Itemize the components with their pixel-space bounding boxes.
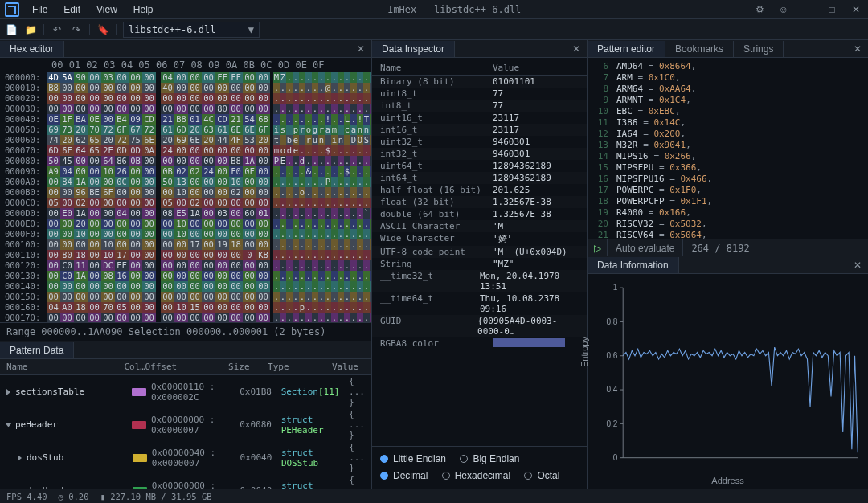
eval-count: 264 / 8192 [683, 243, 757, 254]
file-dropdown-label: libstdc++-6.dll [129, 24, 215, 35]
hex-row[interactable]: 0000E0:00002000000000000010000000000000.… [5, 219, 371, 229]
open-folder-icon[interactable]: 📁 [24, 23, 37, 36]
redo-icon[interactable]: ↷ [70, 23, 83, 36]
minimize-button[interactable]: — [796, 2, 820, 18]
tab-hex-editor[interactable]: Hex editor [0, 41, 64, 57]
toolbar: 📄 📁 ↶ ↷ 🔖 libstdc++-6.dll ▼ [0, 19, 868, 40]
hex-row[interactable]: 0000C0:05000200000000000500020000000000.… [5, 198, 371, 208]
svg-text:0.6: 0.6 [606, 351, 617, 360]
hex-tabs: Hex editor ✕ [0, 40, 371, 58]
panel-close-icon[interactable]: ✕ [847, 260, 868, 271]
hex-row[interactable]: 000150:00000000000000000000000000000000.… [5, 292, 371, 302]
hex-row[interactable]: 000140:00000000000000000000000000000000.… [5, 281, 371, 292]
tab-pattern-editor[interactable]: Pattern editor [588, 41, 665, 57]
pattern-data-row[interactable]: sectionsTable0x00000110 : 0x000002C0x01B… [0, 375, 371, 408]
maximize-button[interactable]: □ [820, 2, 844, 18]
tab-bookmarks[interactable]: Bookmarks [665, 41, 734, 57]
hex-row[interactable]: 000130:00C01A00081600000000000000000000.… [5, 271, 371, 281]
tab-data-information[interactable]: Data Information [588, 257, 679, 273]
inspector-row[interactable]: uint8_t77 [372, 88, 587, 100]
radio-little-endian[interactable]: Little Endian [380, 453, 446, 464]
hex-row[interactable]: 000020:00000000000000000000000000000000.… [5, 93, 371, 104]
radio-hexadecimal[interactable]: Hexadecimal [442, 470, 510, 481]
hex-status: Range 000000..1AA090 Selection 000000..0… [0, 322, 371, 341]
inspector-row[interactable]: uint64_t12894362189 [372, 160, 587, 172]
hex-row[interactable]: 0000F0:00001000000000000010000000000000.… [5, 229, 371, 239]
panel-close-icon[interactable]: ✕ [350, 43, 371, 55]
inspector-row[interactable]: uint32_t9460301 [372, 136, 587, 148]
radio-decimal[interactable]: Decimal [380, 470, 428, 481]
hex-row[interactable]: 000100:00000000100000000000170019180000.… [5, 239, 371, 250]
inspector-row[interactable]: double (64 bit)1.32567E-38 [372, 208, 587, 220]
tab-strings[interactable]: Strings [734, 41, 784, 57]
smile-icon[interactable]: ☺ [772, 2, 796, 18]
inspector-tabs: Data Inspector ✕ [372, 40, 587, 58]
status-bar: FPS 4.40 ◷ 0.20 ▮ 227.10 MB / 31.95 GB [0, 489, 868, 503]
svg-text:0.8: 0.8 [606, 317, 617, 326]
hex-row[interactable]: 0000B0:000096BE6F0000000010000000020000.… [5, 187, 371, 198]
pattern-data-row[interactable]: dosHeader0x00000000 : 0x00000030x0040str… [0, 474, 371, 489]
inspector-row[interactable]: int16_t23117 [372, 124, 587, 136]
inspector-row[interactable]: uint16_t23117 [372, 112, 587, 124]
inspector-row[interactable]: int32_t9460301 [372, 148, 587, 160]
hex-row[interactable]: 000120:00C01100DCEF00000000000000000000.… [5, 260, 371, 271]
svg-text:0.2: 0.2 [606, 419, 617, 428]
status-cpu: ◷ 0.20 [59, 492, 89, 501]
hex-row[interactable]: 000050:69732070726F6772616D2063616E6E6Fi… [5, 125, 371, 135]
inspector-row[interactable]: int64_t12894362189 [372, 172, 587, 184]
hex-row[interactable]: 000010:B8000000000000004000000000000000.… [5, 83, 371, 93]
hex-row[interactable]: 000080:5045000064860B000000000000B81A00P… [5, 156, 371, 166]
close-button[interactable]: ✕ [844, 2, 868, 18]
inspector-row[interactable]: int8_t77 [372, 100, 587, 112]
menu-help[interactable]: Help [125, 2, 162, 18]
inspector-row[interactable]: ASCII Character'M' [372, 220, 587, 232]
svg-text:1: 1 [613, 284, 618, 292]
entropy-plot[interactable]: Entropy 00.20.40.60.81 [592, 280, 863, 472]
menu-edit[interactable]: Edit [55, 2, 88, 18]
auto-evaluate-toggle[interactable]: Auto evaluate [607, 239, 683, 256]
inspector-row[interactable]: Wide Character'婍' [372, 232, 587, 246]
inspector-row[interactable]: UTF-8 code point'M' (U+0x004D) [372, 246, 587, 258]
panel-close-icon[interactable]: ✕ [566, 43, 587, 55]
inspector-row[interactable]: RGBA8 color [372, 337, 587, 350]
hex-row[interactable]: 000160:04A01800700500000010150000000000.… [5, 302, 371, 313]
tab-pattern-data[interactable]: Pattern Data [0, 342, 74, 358]
inspector-row[interactable]: float (32 bit)1.32567E-38 [372, 196, 587, 208]
inspector-row[interactable]: Binary (8 bit)01001101 [372, 76, 587, 88]
hex-row[interactable]: 000110:00801800101700000000000000000KB..… [5, 250, 371, 260]
pattern-data-row[interactable]: peHeader0x00000000 : 0x00000070x0080stru… [0, 408, 371, 441]
play-icon[interactable]: ▷ [588, 243, 607, 254]
inspector-row[interactable]: half float (16 bit)201.625 [372, 184, 587, 196]
inspector-row[interactable]: __time64_tThu, 10.08.2378 09:16 [372, 292, 587, 315]
hex-row[interactable]: 0000A0:00841A00000C00005013000000100000.… [5, 177, 371, 187]
menu-view[interactable]: View [88, 2, 125, 18]
hex-row[interactable]: 000000:4D5A90000300000004000000FFFF0000M… [5, 72, 371, 83]
hex-row[interactable]: 000170:00000000000000000000000000000000.… [5, 313, 371, 322]
inspector-row[interactable]: String"MZ" [372, 258, 587, 270]
undo-icon[interactable]: ↶ [51, 23, 63, 36]
radio-big-endian[interactable]: Big Endian [460, 453, 519, 464]
hex-row[interactable]: 0000D0:00E01A000004000008E51A0003006001.… [5, 208, 371, 219]
menu-file[interactable]: File [24, 2, 55, 18]
pattern-data-row[interactable]: dosStub0x00000040 : 0x00000070x0040struc… [0, 441, 371, 474]
entropy-xlabel: Address [588, 476, 868, 489]
radio-octal[interactable]: Octal [524, 470, 559, 481]
tab-data-inspector[interactable]: Data Inspector [372, 41, 455, 57]
file-dropdown[interactable]: libstdc++-6.dll ▼ [123, 22, 260, 38]
hex-row[interactable]: 000090:A9040000102600000B02022400F00F00.… [5, 166, 371, 177]
open-file-icon[interactable]: 📄 [5, 23, 18, 36]
hex-editor: 00 01 02 03 04 05 06 07 08 09 0A 0B 0C 0… [0, 58, 371, 341]
pattern-code[interactable]: 6AMD64 = 0x8664,7ARM = 0x1C0,8ARM64 = 0x… [588, 58, 868, 239]
hex-row[interactable]: 000060:742062652072756E20696E20444F5320t… [5, 135, 371, 145]
bookmark-icon[interactable]: 🔖 [96, 23, 109, 36]
hex-rows[interactable]: 000000:4D5A90000300000004000000FFFF0000M… [5, 72, 371, 322]
panel-close-icon[interactable]: ✕ [847, 43, 868, 55]
hex-row[interactable]: 000070:6D6F64652E0D0D0A2400000000000000m… [5, 145, 371, 156]
inspector-row[interactable]: __time32_tMon, 20.04.1970 13:51 [372, 270, 587, 292]
hex-row[interactable]: 000040:0E1FBA0E00B409CD21B8014CCD215468.… [5, 114, 371, 125]
svg-text:0.4: 0.4 [606, 386, 617, 395]
hex-row[interactable]: 000030:00000000000000000000000080000000.… [5, 104, 371, 114]
inspector-row[interactable]: GUID{00905A4D-0003-0000-0… [372, 315, 587, 337]
app-logo-icon [5, 2, 19, 17]
settings-icon[interactable]: ⚙ [747, 2, 772, 18]
